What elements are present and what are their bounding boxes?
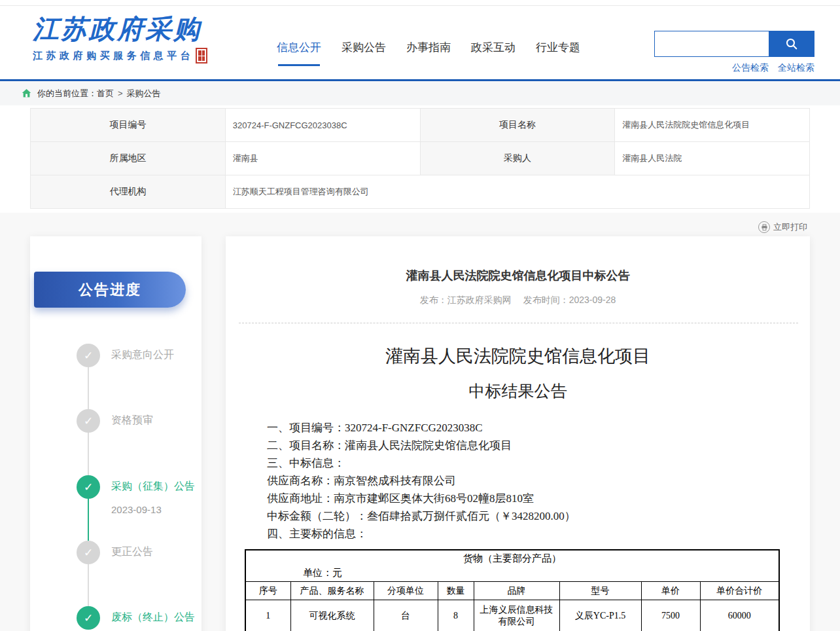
paragraph: 二、项目名称：灌南县人民法院院史馆信息化项目: [267, 437, 810, 454]
table-header-row: 序号 产品、服务名称 分项单位 数量 品牌 型号 单价 单价合计价: [245, 582, 779, 600]
search-links: 公告检索 全站检索: [654, 62, 814, 74]
column-header: 型号: [559, 582, 641, 600]
check-icon: ✓: [77, 475, 100, 499]
progress-sidebar: 公告进度 ✓ ✓ ✓ ✓ ✓ 采购意向公开 资格预审 采购（征集）公告 2023…: [30, 236, 201, 631]
info-label: 采购人: [420, 142, 615, 175]
progress-banner: 公告进度: [34, 272, 186, 308]
check-icon: ✓: [77, 344, 100, 367]
cell: 1: [245, 600, 290, 631]
paragraph: 供应商名称：南京智然成科技有限公司: [267, 472, 810, 490]
paragraph: 中标金额（二轮）：叁佰肆拾贰万捌仟贰佰元（￥3428200.00）: [267, 507, 810, 525]
cell: 台: [374, 600, 438, 631]
column-header: 序号: [245, 582, 290, 600]
page-title: 灌南县人民法院院史馆信息化项目中标公告: [226, 268, 810, 283]
info-label: 项目编号: [31, 109, 226, 142]
publish-time: 发布时间：2023-09-28: [523, 295, 616, 305]
cell: 7500: [641, 600, 700, 631]
step-correction-announcement[interactable]: 更正公告: [111, 545, 153, 559]
print-label: 立即打印: [773, 221, 807, 233]
breadcrumb-current[interactable]: 采购公告: [127, 88, 161, 99]
table-row: 1 可视化系统 台 8 上海义辰信息科技有限公司 义辰YC-P1.5 7500 …: [245, 600, 779, 631]
info-label: 项目名称: [420, 109, 615, 142]
search-button[interactable]: [769, 31, 814, 57]
product-table: 货物（主要部分产品） 单位：元 序号 产品、服务名称 分项单位 数量 品牌 型号…: [245, 549, 780, 631]
site-search-link[interactable]: 全站检索: [778, 62, 814, 74]
check-icon: ✓: [77, 541, 100, 564]
breadcrumb-prefix: 你的当前位置：: [37, 88, 97, 99]
column-header: 产品、服务名称: [290, 582, 374, 600]
announcement-search-link[interactable]: 公告检索: [732, 62, 769, 74]
step-prequalification[interactable]: 资格预审: [111, 414, 153, 427]
paragraph: 供应商地址：南京市建邺区奥体大街68号02幢8层810室: [267, 490, 810, 507]
document-paragraphs: 一、项目编号：320724-F-GNZFCG2023038C 二、项目名称：灌南…: [267, 419, 810, 543]
publish-source: 发布：江苏政府采购网: [420, 295, 512, 305]
info-value: 灌南县人民法院院史馆信息化项目: [615, 109, 810, 142]
print-button[interactable]: 立即打印: [758, 221, 807, 233]
nav-item-information-disclosure[interactable]: 信息公开: [277, 40, 321, 55]
search-input[interactable]: [654, 31, 769, 57]
column-header: 数量: [438, 582, 474, 600]
info-value: 320724-F-GNZFCG2023038C: [225, 109, 420, 142]
info-value: 灌南县人民法院: [615, 142, 810, 175]
cell: 义辰YC-P1.5: [559, 600, 641, 631]
page-root: 江苏政府采购 江苏政府购买服务信息平台 信息公开 采购公告 办事指南 政采互动 …: [0, 0, 840, 631]
info-label: 代理机构: [31, 175, 226, 209]
divider: [239, 323, 798, 323]
check-icon: ✓: [77, 409, 100, 433]
step-termination-announcement[interactable]: 废标（终止）公告: [111, 611, 195, 624]
site-header: 江苏政府采购 江苏政府购买服务信息平台 信息公开 采购公告 办事指南 政采互动 …: [0, 6, 840, 79]
document-title-line1: 灌南县人民法院院史馆信息化项目: [226, 344, 810, 368]
breadcrumb-home-link[interactable]: 首页: [97, 88, 114, 99]
info-value: 灌南县: [225, 142, 420, 175]
logo-subtitle-row: 江苏政府购买服务信息平台: [33, 48, 207, 63]
paragraph: 三、中标信息：: [267, 454, 810, 472]
column-header: 分项单位: [374, 582, 438, 600]
cell: 60000: [700, 600, 779, 631]
check-icon: ✓: [77, 606, 100, 630]
nav-item-procurement-announcements[interactable]: 采购公告: [341, 40, 386, 55]
table-caption: 货物（主要部分产品）: [246, 552, 779, 565]
column-header: 单价: [641, 582, 700, 600]
table-row: 代理机构 江苏顺天工程项目管理咨询有限公司: [31, 175, 810, 209]
breadcrumb-separator: >: [118, 88, 123, 98]
cell: 上海义辰信息科技有限公司: [474, 600, 559, 631]
nav-item-industry-topics[interactable]: 行业专题: [536, 40, 580, 55]
home-icon: [22, 88, 31, 98]
cell: 8: [438, 600, 474, 631]
step-procurement-announcement[interactable]: 采购（征集）公告: [111, 480, 195, 494]
table-caption-row: 货物（主要部分产品） 单位：元: [245, 550, 779, 582]
main-nav: 信息公开 采购公告 办事指南 政采互动 行业专题: [277, 40, 580, 55]
column-header: 单价合计价: [700, 582, 779, 600]
project-info-table: 项目编号 320724-F-GNZFCG2023038C 项目名称 灌南县人民法…: [30, 108, 810, 209]
search-icon: [785, 37, 798, 50]
table-unit-note: 单位：元: [246, 567, 779, 579]
cell: 可视化系统: [290, 600, 374, 631]
printer-icon: [758, 221, 770, 233]
announcement-panel: 灌南县人民法院院史馆信息化项目中标公告 发布：江苏政府采购网 发布时间：2023…: [226, 236, 810, 631]
nav-item-service-guide[interactable]: 办事指南: [406, 40, 451, 55]
table-row: 所属地区 灌南县 采购人 灌南县人民法院: [31, 142, 810, 175]
step-date: 2023-09-13: [111, 504, 162, 515]
breadcrumb: 你的当前位置： 首页 > 采购公告: [0, 81, 840, 105]
step-procurement-intent[interactable]: 采购意向公开: [111, 348, 174, 362]
table-row: 项目编号 320724-F-GNZFCG2023038C 项目名称 灌南县人民法…: [31, 109, 810, 142]
document-title-line2: 中标结果公告: [226, 380, 810, 402]
paragraph: 一、项目编号：320724-F-GNZFCG2023038C: [267, 419, 810, 437]
column-header: 品牌: [474, 582, 559, 600]
article-meta: 发布：江苏政府采购网 发布时间：2023-09-28: [226, 295, 810, 306]
logo-title: 江苏政府采购: [33, 15, 207, 44]
logo-subtitle: 江苏政府购买服务信息平台: [33, 50, 194, 62]
search-area: 公告检索 全站检索: [654, 31, 814, 74]
content-region: 立即打印 公告进度 ✓ ✓ ✓ ✓ ✓ 采购意向公开 资格预审 采购（征集）公告…: [0, 213, 840, 631]
site-logo[interactable]: 江苏政府采购 江苏政府购买服务信息平台: [33, 15, 207, 63]
info-label: 所属地区: [31, 142, 226, 175]
official-seal-icon: [196, 48, 207, 63]
paragraph: 四、主要标的信息：: [267, 525, 810, 543]
nav-item-interaction[interactable]: 政采互动: [471, 40, 516, 55]
document-body: 灌南县人民法院院史馆信息化项目 中标结果公告 一、项目编号：320724-F-G…: [226, 344, 810, 631]
info-value: 江苏顺天工程项目管理咨询有限公司: [225, 175, 809, 209]
